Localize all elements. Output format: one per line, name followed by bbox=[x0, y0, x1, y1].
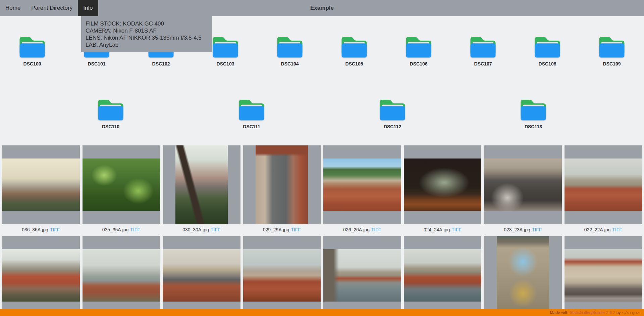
photo-thumbnail[interactable] bbox=[565, 145, 642, 224]
folder-icon bbox=[519, 97, 548, 121]
folder-icon bbox=[275, 34, 305, 58]
photo-thumbnail[interactable] bbox=[484, 236, 562, 315]
photo-cell: 022_22A.jpg TIFF bbox=[565, 145, 642, 236]
folder-label: DSC103 bbox=[217, 61, 234, 66]
photo-cell bbox=[243, 236, 321, 316]
tooltip-line: LAB: AnyLab bbox=[86, 41, 208, 48]
folder-item[interactable]: DSC106 bbox=[403, 34, 434, 66]
tiff-link[interactable]: TIFF bbox=[291, 227, 301, 232]
folder-label: DSC100 bbox=[23, 61, 41, 66]
folder-cell: DSC106 bbox=[386, 34, 451, 66]
folder-cell: DSC108 bbox=[515, 34, 580, 66]
filename-label: 030_30A.jpg bbox=[182, 227, 209, 232]
folder-item[interactable]: DSC109 bbox=[596, 34, 627, 66]
photo-image bbox=[243, 249, 321, 302]
folder-item[interactable]: DSC110 bbox=[95, 97, 126, 129]
folder-label: DSC110 bbox=[102, 124, 119, 129]
photo-thumbnail[interactable] bbox=[565, 236, 642, 315]
photo-image bbox=[323, 249, 401, 302]
tiff-link[interactable]: TIFF bbox=[130, 227, 140, 232]
photo-caption: 035_35A.jpg TIFF bbox=[83, 224, 160, 236]
tiff-link[interactable]: TIFF bbox=[612, 227, 622, 232]
folder-item[interactable]: DSC104 bbox=[274, 34, 305, 66]
photo-caption: 022_22A.jpg TIFF bbox=[565, 224, 642, 236]
folder-grid-row2: DSC110 DSC111 DSC112 bbox=[0, 97, 644, 129]
folder-item[interactable]: DSC108 bbox=[532, 34, 563, 66]
footer-period: . bbox=[641, 310, 642, 315]
folder-item[interactable]: DSC107 bbox=[468, 34, 498, 66]
photo-image bbox=[404, 159, 482, 211]
photo-thumbnail[interactable] bbox=[323, 236, 401, 315]
photo-cell: 029_29A.jpg TIFF bbox=[243, 145, 321, 236]
nav-item[interactable]: Parent Directory bbox=[26, 0, 78, 16]
tiff-link[interactable]: TIFF bbox=[371, 227, 381, 232]
folder-label: DSC106 bbox=[410, 61, 428, 66]
tooltip-line: CAMERA: Nikon F-801S AF bbox=[86, 27, 208, 34]
footer-logo-link[interactable]: </srgn> bbox=[622, 310, 639, 315]
photo-cell: 036_36A.jpg TIFF bbox=[2, 145, 80, 236]
tiff-link[interactable]: TIFF bbox=[532, 227, 542, 232]
photo-image bbox=[404, 249, 482, 302]
photo-image bbox=[497, 236, 549, 315]
footer-by: by bbox=[616, 310, 621, 315]
folder-item[interactable]: DSC112 bbox=[377, 97, 408, 129]
folder-label: DSC104 bbox=[281, 61, 299, 66]
folder-icon bbox=[17, 34, 47, 58]
photo-thumbnail[interactable] bbox=[2, 236, 80, 315]
footer-builder-link[interactable]: StaticGalleryBuilder 2.6.2 bbox=[570, 310, 615, 315]
folder-cell: DSC107 bbox=[451, 34, 515, 66]
filename-label: 023_23A.jpg bbox=[504, 227, 530, 232]
tiff-link[interactable]: TIFF bbox=[451, 227, 462, 232]
nav-items: Home Parent Directory Info bbox=[0, 0, 98, 16]
nav-item[interactable]: Info bbox=[78, 0, 98, 16]
photo-thumbnail[interactable] bbox=[243, 236, 321, 315]
folder-icon bbox=[211, 34, 240, 58]
photo-cell bbox=[323, 236, 401, 316]
photo-thumbnail[interactable] bbox=[163, 236, 240, 315]
folder-icon bbox=[533, 34, 562, 58]
folder-label: DSC111 bbox=[243, 124, 260, 129]
folder-item[interactable]: DSC111 bbox=[236, 97, 267, 129]
photo-caption: 036_36A.jpg TIFF bbox=[2, 224, 80, 236]
folder-cell: DSC111 bbox=[236, 97, 267, 129]
folder-item[interactable]: DSC105 bbox=[339, 34, 370, 66]
photo-thumbnail[interactable] bbox=[83, 236, 160, 315]
photo-thumbnail[interactable] bbox=[404, 145, 482, 224]
photo-thumbnail[interactable] bbox=[484, 145, 562, 224]
photo-cell bbox=[2, 236, 80, 316]
photo-thumbnail[interactable] bbox=[163, 145, 240, 224]
folder-label: DSC109 bbox=[603, 61, 621, 66]
folder-cell: DSC113 bbox=[518, 97, 549, 129]
folder-icon bbox=[339, 34, 369, 58]
nav-item[interactable]: Home bbox=[0, 0, 26, 16]
photo-cell bbox=[163, 236, 240, 316]
photo-cell: 023_23A.jpg TIFF bbox=[484, 145, 562, 236]
folder-cell: DSC100 bbox=[0, 34, 64, 66]
photo-thumbnail[interactable] bbox=[243, 145, 321, 224]
photo-image bbox=[484, 159, 562, 211]
folder-cell: DSC105 bbox=[322, 34, 386, 66]
photo-thumbnail[interactable] bbox=[83, 145, 160, 224]
photo-caption: 024_24A.jpg TIFF bbox=[404, 224, 482, 236]
photo-thumbnail[interactable] bbox=[404, 236, 482, 315]
photo-cell: 030_30A.jpg TIFF bbox=[163, 145, 240, 236]
photo-image bbox=[2, 249, 80, 302]
folder-label: DSC105 bbox=[345, 61, 363, 66]
folder-item[interactable]: DSC113 bbox=[518, 97, 549, 129]
photo-thumbnail[interactable] bbox=[323, 145, 401, 224]
photo-cell: 024_24A.jpg TIFF bbox=[404, 145, 482, 236]
tiff-link[interactable]: TIFF bbox=[50, 227, 60, 232]
folder-icon bbox=[597, 34, 627, 58]
navbar: Home Parent Directory Info Example bbox=[0, 0, 644, 16]
photo-image bbox=[565, 249, 642, 302]
folder-item[interactable]: DSC103 bbox=[210, 34, 241, 66]
photo-thumbnail[interactable] bbox=[2, 145, 80, 224]
folder-label: DSC108 bbox=[539, 61, 556, 66]
folder-item[interactable]: DSC100 bbox=[17, 34, 48, 66]
folder-cell: DSC112 bbox=[377, 97, 408, 129]
filename-label: 029_29A.jpg bbox=[263, 227, 289, 232]
tiff-link[interactable]: TIFF bbox=[211, 227, 221, 232]
photo-grid-row2 bbox=[2, 236, 642, 316]
photo-caption: 029_29A.jpg TIFF bbox=[243, 224, 321, 236]
folder-icon bbox=[378, 97, 407, 121]
